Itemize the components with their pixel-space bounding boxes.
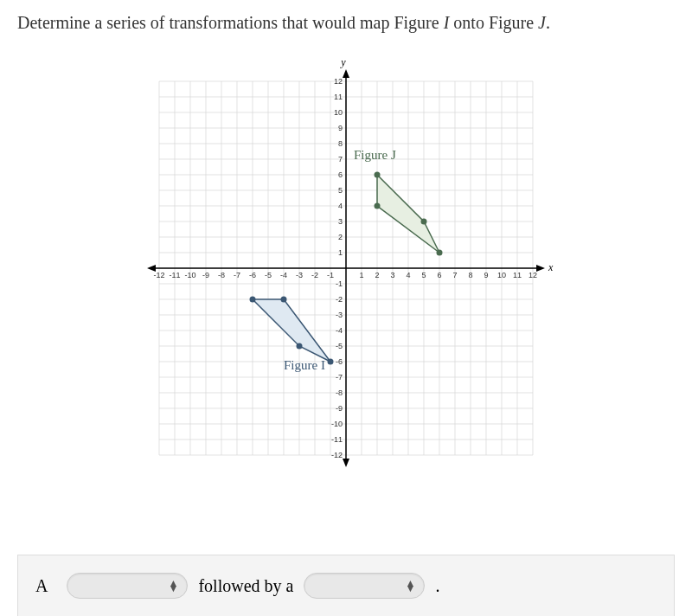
svg-text:3: 3 xyxy=(390,271,394,279)
svg-text:7: 7 xyxy=(338,155,343,164)
svg-text:11: 11 xyxy=(513,271,522,279)
svg-text:-10: -10 xyxy=(331,420,343,428)
svg-text:-8: -8 xyxy=(336,388,343,397)
svg-text:-2: -2 xyxy=(336,295,343,304)
svg-point-109 xyxy=(328,359,334,365)
svg-text:-4: -4 xyxy=(280,271,287,279)
svg-marker-54 xyxy=(343,69,349,78)
svg-text:-2: -2 xyxy=(311,271,318,279)
svg-point-115 xyxy=(437,250,443,256)
svg-text:11: 11 xyxy=(334,93,343,101)
svg-point-110 xyxy=(297,343,303,350)
svg-point-114 xyxy=(375,203,381,209)
svg-text:5: 5 xyxy=(338,186,343,195)
svg-text:7: 7 xyxy=(452,271,457,279)
svg-text:2: 2 xyxy=(375,271,379,279)
svg-text:-7: -7 xyxy=(234,271,240,279)
svg-point-116 xyxy=(421,219,427,225)
svg-text:3: 3 xyxy=(338,217,343,226)
svg-text:8: 8 xyxy=(338,139,343,148)
chevron-updown-icon: ▲▼ xyxy=(406,581,416,591)
svg-text:-11: -11 xyxy=(169,271,180,279)
svg-marker-55 xyxy=(343,459,349,467)
svg-text:y: y xyxy=(340,61,346,68)
figure-to: J xyxy=(538,13,546,32)
svg-text:Figure I: Figure I xyxy=(284,358,325,372)
svg-text:12: 12 xyxy=(334,77,343,86)
svg-text:8: 8 xyxy=(468,271,472,279)
svg-text:9: 9 xyxy=(338,124,343,132)
svg-text:-12: -12 xyxy=(331,451,343,459)
svg-text:-5: -5 xyxy=(265,271,272,279)
answer-period: . xyxy=(435,576,439,596)
svg-text:-5: -5 xyxy=(336,342,343,350)
svg-text:-1: -1 xyxy=(336,279,343,288)
svg-text:1: 1 xyxy=(338,248,343,257)
answer-area: A ▲▼ followed by a ▲▼ . xyxy=(17,555,675,616)
svg-text:4: 4 xyxy=(338,202,343,210)
coordinate-grid: xy-12-11-10-9-8-7-6-5-4-3-2-112345678910… xyxy=(112,61,580,493)
svg-text:-7: -7 xyxy=(336,373,343,382)
question-mid: onto Figure xyxy=(449,13,538,32)
question-prompt: Determine a series of transformations th… xyxy=(17,10,675,35)
svg-text:4: 4 xyxy=(406,271,410,279)
svg-text:1: 1 xyxy=(359,271,363,279)
svg-text:-1: -1 xyxy=(327,271,334,279)
svg-point-107 xyxy=(250,297,256,303)
svg-text:x: x xyxy=(548,261,554,273)
svg-text:10: 10 xyxy=(497,271,506,279)
answer-label: A xyxy=(35,576,48,596)
svg-text:5: 5 xyxy=(421,271,426,279)
svg-text:-4: -4 xyxy=(336,326,343,335)
svg-text:-11: -11 xyxy=(331,435,343,444)
svg-text:-8: -8 xyxy=(218,271,225,279)
chevron-updown-icon: ▲▼ xyxy=(169,581,179,591)
svg-text:-9: -9 xyxy=(336,404,343,413)
svg-text:Figure J: Figure J xyxy=(354,148,396,162)
svg-text:-10: -10 xyxy=(184,271,195,279)
svg-text:6: 6 xyxy=(437,271,441,279)
svg-point-113 xyxy=(375,172,381,178)
transformation-2-select[interactable]: ▲▼ xyxy=(304,573,425,599)
grid-svg: xy-12-11-10-9-8-7-6-5-4-3-2-112345678910… xyxy=(121,61,571,493)
svg-text:-6: -6 xyxy=(336,357,343,366)
svg-text:-6: -6 xyxy=(249,271,256,279)
svg-text:6: 6 xyxy=(338,170,343,179)
svg-text:-12: -12 xyxy=(153,271,164,279)
svg-text:-3: -3 xyxy=(336,311,343,319)
question-prefix: Determine a series of transformations th… xyxy=(17,13,444,32)
svg-text:12: 12 xyxy=(529,271,537,279)
svg-text:-9: -9 xyxy=(202,271,209,279)
svg-text:2: 2 xyxy=(338,233,343,241)
transformation-1-select[interactable]: ▲▼ xyxy=(67,573,188,599)
svg-marker-52 xyxy=(536,265,545,272)
connector-text: followed by a xyxy=(198,576,293,596)
svg-point-108 xyxy=(281,297,287,303)
svg-text:10: 10 xyxy=(334,108,343,117)
question-suffix: . xyxy=(546,13,550,32)
svg-text:9: 9 xyxy=(484,271,488,279)
svg-text:-3: -3 xyxy=(296,271,303,279)
